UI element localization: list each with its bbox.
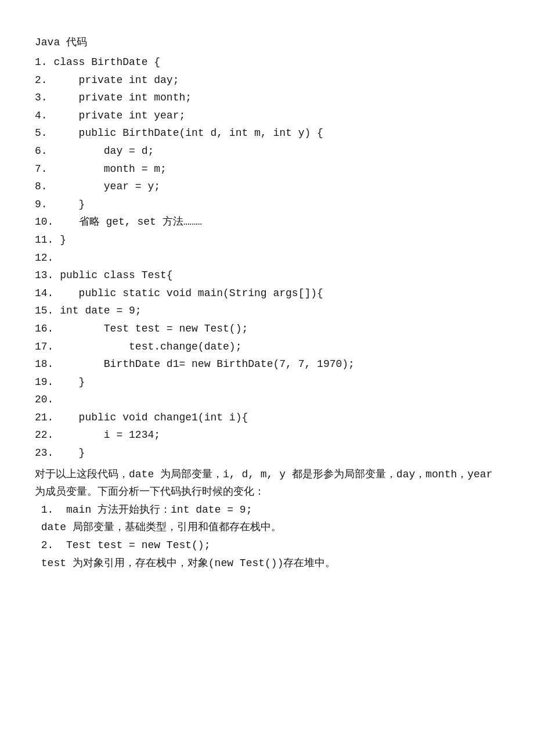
prose-item2: 2. Test test = new Test(); bbox=[35, 537, 499, 555]
section-label: Java 代码 bbox=[35, 35, 499, 49]
code-block: 1. class BirthDate { 2. private int day;… bbox=[35, 53, 499, 462]
prose-text1: 对于以上这段代码，date 为局部变量，i, d, m, y 都是形参为局部变量… bbox=[35, 466, 499, 501]
prose-item2-desc: test 为对象引用，存在栈中，对象(new Test())存在堆中。 bbox=[35, 555, 499, 573]
prose-item1-desc: date 局部变量，基础类型，引用和值都存在栈中。 bbox=[35, 519, 499, 537]
prose-item1: 1. main 方法开始执行：int date = 9; bbox=[35, 501, 499, 519]
